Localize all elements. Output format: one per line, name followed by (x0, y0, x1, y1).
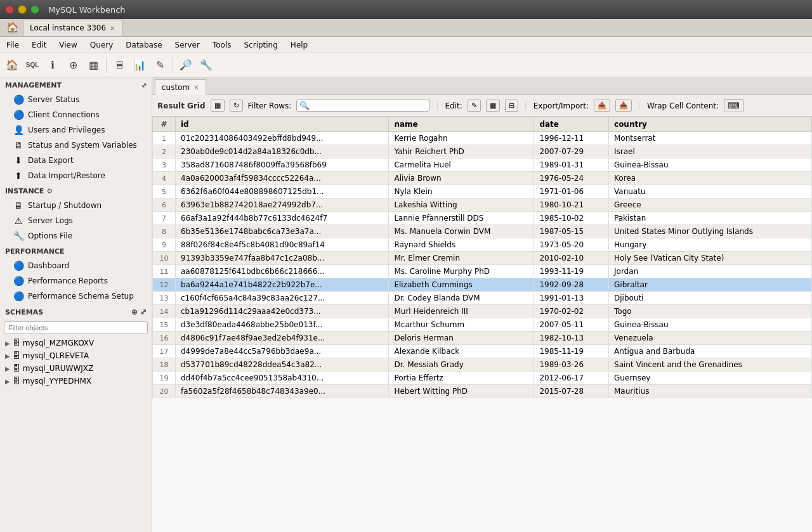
wrap-toggle-button[interactable]: ⌨ (724, 99, 743, 112)
cell-name[interactable]: Dr. Messiah Grady (389, 358, 534, 372)
cell-date[interactable]: 1996-12-11 (534, 132, 609, 145)
tab-close-button[interactable]: × (110, 25, 115, 32)
cell-date[interactable]: 1993-11-19 (534, 265, 609, 278)
schema-item-3[interactable]: ▶ 🗄 mysql_URUWWJXZ (0, 362, 152, 375)
col-country[interactable]: country (609, 117, 812, 132)
table-row[interactable]: 12ba6a9244a1e741b4822c2b922b7e...Elizabe… (153, 278, 812, 292)
cell-id[interactable]: 230ab0de9c014d2a84a18326c0db... (176, 145, 389, 159)
cell-country[interactable]: Togo (609, 305, 812, 318)
menu-file[interactable]: File (0, 39, 25, 51)
cell-name[interactable]: Alexande Kilback (389, 345, 534, 358)
cell-date[interactable]: 1989-03-26 (534, 358, 609, 372)
cell-date[interactable]: 2012-06-17 (534, 372, 609, 385)
refresh-button[interactable]: ↻ (230, 100, 243, 112)
cell-date[interactable]: 1980-10-21 (534, 198, 609, 212)
menu-database[interactable]: Database (119, 39, 168, 51)
col-num[interactable]: # (153, 117, 176, 132)
col-date[interactable]: date (534, 117, 609, 132)
management-expand-icon[interactable]: ⤢ (141, 82, 147, 89)
edit-table-button[interactable]: ▦ (486, 100, 500, 112)
edit-pencil-button[interactable]: ✎ (468, 100, 481, 112)
sidebar-item-server-status[interactable]: 🔵 Server Status (0, 92, 152, 107)
cell-date[interactable]: 1976-05-24 (534, 172, 609, 185)
sidebar-item-server-logs[interactable]: ⚠ Server Logs (0, 213, 152, 228)
toolbar-connect-button[interactable]: ⊕ (63, 56, 82, 75)
cell-country[interactable]: Pakistan (609, 212, 812, 225)
sidebar-item-status-variables[interactable]: 🖥 Status and System Variables (0, 138, 152, 153)
sidebar-item-performance-schema[interactable]: 🔵 Performance Schema Setup (0, 289, 152, 304)
import-button[interactable]: 📥 (615, 100, 632, 112)
table-row[interactable]: 101c202314086403492ebffd8bd949...Kerrie … (153, 132, 812, 145)
cell-name[interactable]: Ms. Caroline Murphy PhD (389, 265, 534, 278)
cell-date[interactable]: 1973-05-20 (534, 238, 609, 252)
cell-name[interactable]: Ms. Manuela Corwin DVM (389, 225, 534, 238)
cell-country[interactable]: Hungary (609, 238, 812, 252)
col-name[interactable]: name (389, 117, 534, 132)
cell-country[interactable]: Mauritius (609, 385, 812, 398)
cell-name[interactable]: Yahir Reichert PhD (389, 145, 534, 159)
cell-id[interactable]: ba6a9244a1e741b4822c2b922b7e... (176, 278, 389, 292)
table-row[interactable]: 16d4806c91f7ae48f9ae3ed2eb4f931e...Delor… (153, 332, 812, 345)
toolbar-sql-button[interactable]: SQL (23, 56, 42, 75)
sidebar-item-users-privileges[interactable]: 👤 Users and Privileges (0, 122, 152, 138)
cell-country[interactable]: Holy See (Vatican City State) (609, 252, 812, 265)
schema-item-2[interactable]: ▶ 🗄 mysql_QLREVETA (0, 349, 152, 362)
cell-name[interactable]: Nyla Klein (389, 185, 534, 198)
sidebar-item-data-import[interactable]: ⬆ Data Import/Restore (0, 168, 152, 183)
schema-item-1[interactable]: ▶ 🗄 mysql_MZMGKOXV (0, 337, 152, 349)
cell-date[interactable]: 1985-11-19 (534, 345, 609, 358)
cell-id[interactable]: 6b35e5136e1748babc6ca73e3a7a... (176, 225, 389, 238)
cell-country[interactable]: Vanuatu (609, 185, 812, 198)
sidebar-item-options-file[interactable]: 🔧 Options File (0, 228, 152, 243)
cell-name[interactable]: Lannie Pfannerstill DDS (389, 212, 534, 225)
cell-date[interactable]: 1985-10-02 (534, 212, 609, 225)
table-row[interactable]: 15d3e3df80eada4468abbe25b0e013f...Mcarth… (153, 318, 812, 332)
home-icon[interactable]: 🏠 (3, 22, 23, 34)
cell-name[interactable]: Deloris Herman (389, 332, 534, 345)
cell-date[interactable]: 1970-02-02 (534, 305, 609, 318)
maximize-button[interactable] (30, 5, 39, 14)
cell-name[interactable]: Lakeshia Witting (389, 198, 534, 212)
cell-date[interactable]: 2007-07-29 (534, 145, 609, 159)
schemas-add-icon[interactable]: ⊕ (131, 308, 138, 316)
cell-id[interactable]: dd40f4b7a5cc4cee9051358ab4310... (176, 372, 389, 385)
cell-name[interactable]: Mr. Elmer Cremin (389, 252, 534, 265)
export-button[interactable]: 📤 (594, 100, 610, 112)
cell-id[interactable]: 66af3a1a92f444b8b77c6133dc4624f7 (176, 212, 389, 225)
table-row[interactable]: 44a0a620003af4f59834cccc52264a...Alivia … (153, 172, 812, 185)
filter-input[interactable] (312, 102, 426, 110)
edit-form-button[interactable]: ⊟ (505, 100, 518, 112)
cell-date[interactable]: 2007-05-11 (534, 318, 609, 332)
cell-id[interactable]: 63963e1b882742018ae274992db7... (176, 198, 389, 212)
table-row[interactable]: 1091393b3359e747faa8b47c1c2a08b...Mr. El… (153, 252, 812, 265)
instance-tab[interactable]: Local instance 3306 × (23, 20, 122, 36)
cell-country[interactable]: Guernsey (609, 372, 812, 385)
table-row[interactable]: 13c160f4cf665a4c84a39c83aa26c127...Dr. C… (153, 292, 812, 305)
cell-date[interactable]: 2010-02-10 (534, 252, 609, 265)
cell-country[interactable]: Saint Vincent and the Grenadines (609, 358, 812, 372)
cell-country[interactable]: Antigua and Barbuda (609, 345, 812, 358)
sidebar-item-client-connections[interactable]: 🔵 Client Connections (0, 107, 152, 122)
toolbar-info-button[interactable]: ℹ (43, 56, 62, 75)
cell-country[interactable]: United States Minor Outlying Islands (609, 225, 812, 238)
toolbar-chart-button[interactable]: 📊 (130, 56, 149, 75)
table-row[interactable]: 11aa60878125f641bdbc6b66c218666...Ms. Ca… (153, 265, 812, 278)
cell-id[interactable]: d3e3df80eada4468abbe25b0e013f... (176, 318, 389, 332)
grid-view-button[interactable]: ▦ (211, 100, 225, 112)
table-row[interactable]: 18d537701b89cd48228ddea54c3a82...Dr. Mes… (153, 358, 812, 372)
toolbar-table-button[interactable]: ▦ (84, 56, 103, 75)
cell-id[interactable]: 358ad8716087486f8009ffa39568fb69 (176, 159, 389, 172)
col-id[interactable]: id (176, 117, 389, 132)
sidebar-item-startup-shutdown[interactable]: 🖥 Startup / Shutdown (0, 198, 152, 213)
menu-view[interactable]: View (53, 39, 83, 51)
table-row[interactable]: 86b35e5136e1748babc6ca73e3a7a...Ms. Manu… (153, 225, 812, 238)
cell-country[interactable]: Guinea-Bissau (609, 159, 812, 172)
cell-id[interactable]: aa60878125f641bdbc6b66c218666... (176, 265, 389, 278)
cell-id[interactable]: 91393b3359e747faa8b47c1c2a08b... (176, 252, 389, 265)
table-row[interactable]: 20fa5602a5f28f4658b48c748343a9e0...Heber… (153, 385, 812, 398)
cell-country[interactable]: Gibraltar (609, 278, 812, 292)
query-tab-close-button[interactable]: × (193, 84, 199, 91)
table-row[interactable]: 14cb1a91296d114c29aaa42e0cd373...Murl He… (153, 305, 812, 318)
cell-country[interactable]: Korea (609, 172, 812, 185)
cell-id[interactable]: 01c202314086403492ebffd8bd949... (176, 132, 389, 145)
